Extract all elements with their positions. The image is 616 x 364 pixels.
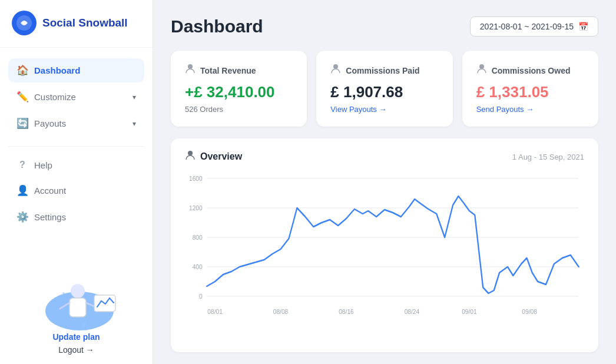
logout-button[interactable]: Logout → bbox=[58, 345, 94, 355]
date-range-text: 2021-08-01 ~ 2021-09-15 bbox=[480, 22, 574, 31]
commissions-paid-card: Commissions Paid £ 1,907.68 View Payouts… bbox=[316, 51, 452, 127]
card-value: +£ 32,410.00 bbox=[185, 83, 293, 101]
sidebar-item-dashboard[interactable]: 🏠 Dashboard bbox=[8, 58, 144, 82]
svg-point-13 bbox=[479, 64, 484, 69]
sidebar-item-label: Account bbox=[34, 186, 66, 196]
card-title: Commissions Owed bbox=[492, 66, 571, 75]
calendar-icon: 📅 bbox=[578, 22, 588, 31]
svg-text:0: 0 bbox=[199, 293, 203, 300]
primary-nav: 🏠 Dashboard ✏️ Customize ▾ 🔄 Payouts ▾ bbox=[0, 48, 153, 141]
date-range-button[interactable]: 2021-08-01 ~ 2021-09-15 📅 bbox=[470, 16, 598, 37]
svg-text:800: 800 bbox=[193, 234, 203, 241]
svg-text:1200: 1200 bbox=[189, 204, 203, 211]
card-header: Commissions Owed bbox=[476, 64, 584, 77]
svg-point-14 bbox=[188, 151, 193, 155]
sidebar-item-label: Dashboard bbox=[34, 65, 80, 75]
card-header: Commissions Paid bbox=[330, 64, 438, 77]
sidebar-item-help[interactable]: ? Help bbox=[8, 154, 144, 176]
overview-icon bbox=[185, 150, 196, 163]
svg-point-11 bbox=[188, 64, 193, 69]
sidebar-item-label: Help bbox=[34, 160, 52, 170]
sidebar-item-label: Customize bbox=[34, 92, 76, 102]
svg-point-3 bbox=[71, 284, 85, 298]
card-value: £ 1,907.68 bbox=[330, 83, 438, 101]
sidebar-item-customize[interactable]: ✏️ Customize ▾ bbox=[8, 85, 144, 109]
sidebar-bottom: Update plan Logout → bbox=[0, 263, 153, 364]
main-content: Dashboard 2021-08-01 ~ 2021-09-15 📅 Tota… bbox=[153, 0, 616, 364]
page-title: Dashboard bbox=[171, 16, 263, 37]
overview-section: Overview 1 Aug - 15 Sep, 2021 1600 1200 … bbox=[171, 138, 598, 352]
svg-point-8 bbox=[81, 322, 86, 327]
sidebar: Social Snowball 🏠 Dashboard ✏️ Customize… bbox=[0, 0, 153, 364]
nav-divider bbox=[8, 146, 144, 147]
help-icon: ? bbox=[16, 160, 28, 170]
card-title: Commissions Paid bbox=[346, 66, 419, 75]
logo-icon bbox=[12, 11, 37, 35]
sidebar-item-payouts[interactable]: 🔄 Payouts ▾ bbox=[8, 111, 144, 135]
svg-text:08/01: 08/01 bbox=[207, 308, 223, 315]
card-title: Total Revenue bbox=[200, 66, 256, 75]
svg-point-1 bbox=[22, 21, 26, 25]
logo-area: Social Snowball bbox=[0, 0, 153, 48]
main-header: Dashboard 2021-08-01 ~ 2021-09-15 📅 bbox=[171, 16, 598, 37]
overview-date: 1 Aug - 15 Sep, 2021 bbox=[512, 153, 584, 161]
dashboard-icon: 🏠 bbox=[16, 64, 28, 77]
overview-title: Overview bbox=[185, 150, 242, 163]
total-revenue-card: Total Revenue +£ 32,410.00 526 Orders bbox=[171, 51, 307, 127]
view-payouts-link[interactable]: View Payouts → bbox=[330, 105, 438, 114]
payouts-icon: 🔄 bbox=[16, 117, 28, 130]
svg-text:09/08: 09/08 bbox=[522, 308, 537, 315]
sidebar-item-label: Settings bbox=[34, 212, 66, 222]
app-title: Social Snowball bbox=[42, 16, 128, 29]
svg-point-10 bbox=[62, 292, 65, 294]
account-icon: 👤 bbox=[16, 184, 28, 197]
commissions-owed-card: Commissions Owed £ 1,331.05 Send Payouts… bbox=[462, 51, 598, 127]
chevron-down-icon: ▾ bbox=[133, 93, 136, 101]
settings-icon: ⚙️ bbox=[16, 211, 28, 223]
svg-text:08/24: 08/24 bbox=[405, 308, 420, 315]
svg-rect-4 bbox=[69, 298, 86, 317]
update-plan-link[interactable]: Update plan bbox=[52, 332, 100, 342]
overview-chart: 1600 1200 800 400 0 08/01 08/08 08/16 08… bbox=[185, 173, 584, 326]
svg-text:09/01: 09/01 bbox=[462, 308, 477, 315]
svg-text:08/08: 08/08 bbox=[273, 308, 289, 315]
svg-point-9 bbox=[56, 308, 59, 312]
cards-row: Total Revenue +£ 32,410.00 526 Orders Co… bbox=[171, 51, 598, 127]
commissions-paid-icon bbox=[330, 64, 341, 77]
sidebar-item-settings[interactable]: ⚙️ Settings bbox=[8, 205, 144, 229]
chart-container: 1600 1200 800 400 0 08/01 08/08 08/16 08… bbox=[185, 173, 584, 326]
commissions-owed-icon bbox=[476, 64, 487, 77]
svg-text:400: 400 bbox=[193, 263, 203, 270]
secondary-nav: ? Help 👤 Account ⚙️ Settings bbox=[0, 151, 153, 235]
card-header: Total Revenue bbox=[185, 64, 293, 77]
revenue-icon bbox=[185, 64, 196, 77]
illustration bbox=[35, 269, 118, 327]
overview-label: Overview bbox=[200, 151, 242, 162]
card-sub: 526 Orders bbox=[185, 105, 293, 114]
svg-text:08/16: 08/16 bbox=[339, 308, 354, 315]
svg-text:1600: 1600 bbox=[189, 175, 203, 182]
sidebar-item-label: Payouts bbox=[34, 118, 66, 128]
customize-icon: ✏️ bbox=[16, 91, 28, 103]
send-payouts-link[interactable]: Send Payouts → bbox=[476, 105, 584, 114]
chevron-down-icon: ▾ bbox=[133, 120, 136, 128]
overview-header: Overview 1 Aug - 15 Sep, 2021 bbox=[185, 150, 584, 163]
card-value: £ 1,331.05 bbox=[476, 83, 584, 101]
sidebar-item-account[interactable]: 👤 Account bbox=[8, 178, 144, 203]
svg-point-12 bbox=[333, 64, 338, 69]
